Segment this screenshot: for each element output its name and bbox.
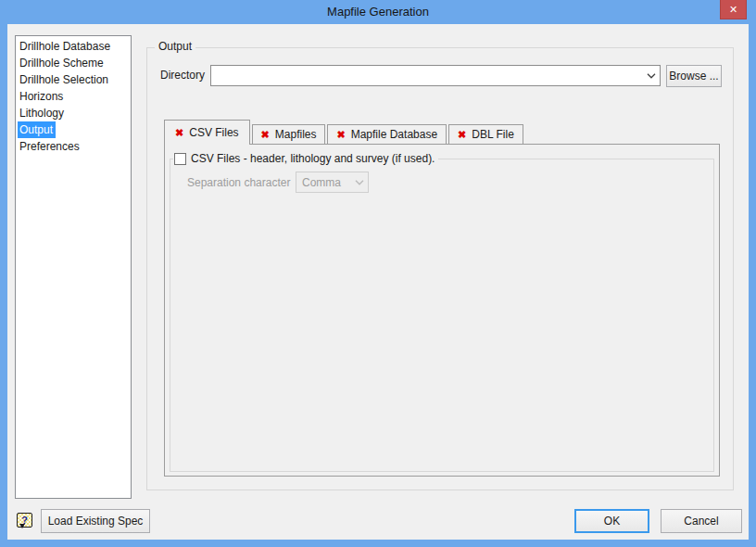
dialog-body: Drillhole Database Drillhole Scheme Dril… [7, 24, 749, 540]
directory-combobox[interactable] [210, 65, 661, 86]
csv-files-checkbox[interactable] [174, 153, 186, 165]
output-groupbox: Output Directory Browse ... ✖ CSV Files … [146, 47, 734, 490]
csv-files-groupbox: CSV Files - header, lithology and survey… [170, 159, 714, 472]
sidebar-item-drillhole-selection[interactable]: Drillhole Selection [18, 71, 131, 88]
directory-label: Directory [160, 69, 205, 82]
cancel-button[interactable]: Cancel [661, 509, 742, 533]
close-button[interactable]: ✕ [720, 0, 747, 19]
chevron-down-icon [351, 180, 368, 185]
csv-files-checkbox-label[interactable]: CSV Files - header, lithology and survey… [191, 152, 435, 165]
tab-mapfiles[interactable]: ✖ Mapfiles [252, 124, 326, 144]
error-x-icon: ✖ [175, 127, 183, 139]
tab-dbl-file[interactable]: ✖ DBL File [448, 124, 523, 144]
category-list[interactable]: Drillhole Database Drillhole Scheme Dril… [15, 35, 132, 499]
separation-character-label: Separation character [187, 176, 290, 189]
tab-panel-csv-files: CSV Files - header, lithology and survey… [164, 144, 720, 477]
dialog-window: Mapfile Generation ✕ Drillhole Database … [0, 0, 756, 547]
sidebar-item-lithology[interactable]: Lithology [18, 105, 131, 121]
tab-label: Mapfile Database [351, 128, 437, 141]
separation-character-value: Comma [296, 176, 351, 189]
tab-label: DBL File [472, 128, 514, 141]
error-x-icon: ✖ [336, 129, 345, 141]
error-x-icon: ✖ [458, 129, 466, 141]
titlebar[interactable]: Mapfile Generation ✕ [0, 0, 756, 24]
ok-button[interactable]: OK [574, 509, 649, 533]
csv-files-checkbox-row: CSV Files - header, lithology and survey… [173, 152, 438, 165]
output-tabstrip: ✖ CSV Files ✖ Mapfiles ✖ Mapfile Databas… [164, 120, 525, 145]
help-icon[interactable]: ? [17, 513, 32, 528]
load-existing-spec-button[interactable]: Load Existing Spec [41, 509, 150, 533]
tab-label: CSV Files [189, 126, 238, 139]
error-x-icon: ✖ [261, 129, 270, 141]
output-group-title: Output [155, 40, 195, 53]
browse-button[interactable]: Browse ... [666, 65, 722, 87]
tab-mapfile-database[interactable]: ✖ Mapfile Database [327, 124, 447, 144]
sidebar-item-drillhole-database[interactable]: Drillhole Database [18, 38, 131, 55]
sidebar-item-drillhole-scheme[interactable]: Drillhole Scheme [18, 55, 131, 71]
sidebar-item-preferences[interactable]: Preferences [18, 138, 131, 155]
window-title: Mapfile Generation [0, 5, 756, 19]
sidebar-item-horizons[interactable]: Horizons [18, 88, 131, 105]
chevron-down-icon[interactable] [643, 66, 660, 85]
separation-character-select: Comma [296, 172, 369, 193]
close-icon: ✕ [729, 4, 737, 16]
tab-label: Mapfiles [275, 128, 317, 141]
sidebar-item-output[interactable]: Output [18, 121, 131, 138]
tab-csv-files[interactable]: ✖ CSV Files [164, 120, 250, 145]
directory-input[interactable] [211, 66, 643, 85]
